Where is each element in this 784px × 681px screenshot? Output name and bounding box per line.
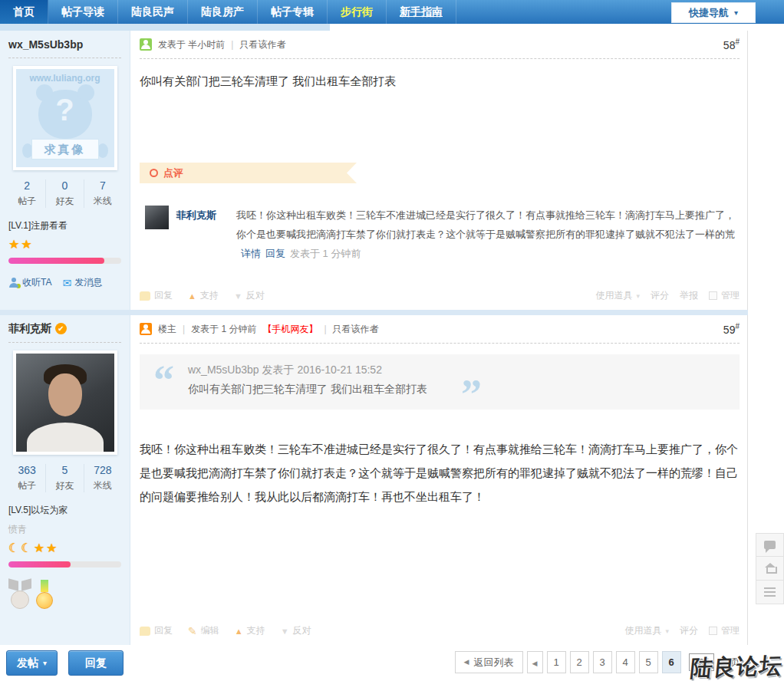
- caret-down-icon: ▾: [43, 659, 47, 667]
- use-tools-menu[interactable]: 使用道具 ▾: [595, 289, 640, 302]
- nav-item-digest[interactable]: 帖子导读: [48, 0, 118, 24]
- reply-button[interactable]: 回复: [140, 624, 173, 637]
- photo-avatar-image: [16, 354, 114, 452]
- medal-row: [8, 577, 121, 609]
- medal-bow-icon[interactable]: [8, 580, 31, 609]
- level-progress-bar: [8, 258, 121, 264]
- review-banner: 点评: [140, 163, 357, 183]
- top-nav: 首页 帖子导读 陆良民声 陆良房产 帖子专辑 步行街 新手指南: [0, 0, 784, 24]
- stat-friends[interactable]: 5 好友: [46, 464, 84, 492]
- rate-button[interactable]: 评分: [680, 624, 698, 637]
- avatar-caption: 求真像: [31, 139, 99, 160]
- back-to-list-button[interactable]: ◀ 返回列表: [455, 651, 523, 673]
- moon-icon: ☾: [21, 541, 33, 554]
- nav-item-album[interactable]: 帖子专辑: [258, 0, 328, 24]
- avatar[interactable]: [13, 350, 117, 455]
- stat-friends[interactable]: 0 好友: [46, 179, 84, 208]
- nav-item-home[interactable]: 首页: [0, 0, 48, 24]
- hash-mark: #: [735, 38, 740, 46]
- author-name[interactable]: 菲利克斯: [8, 322, 51, 336]
- only-author-link[interactable]: 只看该作者: [333, 323, 379, 336]
- author-name[interactable]: wx_M5sUb3bp: [8, 38, 83, 51]
- caret-down-icon: ▾: [636, 292, 640, 300]
- support-button[interactable]: ▲ 支持: [235, 624, 265, 637]
- manage-button[interactable]: 管理: [709, 289, 740, 302]
- arrow-left-icon: ◀: [532, 660, 538, 667]
- author-name-row: wx_M5sUb3bp: [8, 31, 121, 58]
- checkbox-icon[interactable]: [709, 627, 717, 635]
- floor-number[interactable]: 59#: [723, 322, 740, 336]
- circle-icon: [150, 169, 158, 177]
- post-time: 发表于 1 分钟前: [191, 323, 256, 336]
- stat-posts[interactable]: 363 帖子: [8, 464, 46, 492]
- page-1[interactable]: 1: [547, 651, 566, 673]
- comments-tool-button[interactable]: [756, 533, 784, 557]
- comment-reply-link[interactable]: 回复: [265, 248, 285, 259]
- user-custom-title: 愤青: [8, 523, 121, 536]
- page-3[interactable]: 3: [593, 651, 612, 673]
- placeholder-avatar-image: www.luliang.org ? 求真像: [16, 69, 114, 167]
- stat-credits[interactable]: 728 米线: [84, 464, 121, 492]
- quote-source: wx_M5sUb3bp 发表于 2016-10-21 15:52: [153, 364, 726, 377]
- medal-smiley-icon[interactable]: [35, 580, 54, 609]
- manage-button[interactable]: 管理: [709, 624, 740, 637]
- level-stars: ☾☾★★: [8, 541, 121, 555]
- commenter-avatar[interactable]: [145, 206, 169, 229]
- post-59-header: 楼主 | 发表于 1 分钟前 【手机网友】 | 只看该作者 59#: [140, 315, 740, 344]
- post-58: wx_M5sUb3bp www.luliang.org ? 求真像 2 帖子: [0, 31, 748, 310]
- forum-watermark: 陆良论坛: [658, 650, 784, 681]
- arrow-up-icon: ▲: [188, 291, 196, 301]
- nav-item-voice[interactable]: 陆良民声: [118, 0, 188, 24]
- use-tools-menu[interactable]: 使用道具 ▾: [624, 624, 669, 637]
- rate-button[interactable]: 评分: [651, 289, 669, 302]
- message-link[interactable]: ✉ 发消息: [62, 276, 102, 289]
- nav-item-street[interactable]: 步行街: [328, 0, 387, 24]
- page-2[interactable]: 2: [570, 651, 589, 673]
- post-divider: [0, 310, 748, 315]
- stat-posts[interactable]: 2 帖子: [8, 179, 46, 208]
- edit-button[interactable]: ✎ 编辑: [188, 624, 219, 637]
- page-4[interactable]: 4: [616, 651, 635, 673]
- post-time: 发表于 半小时前: [158, 38, 225, 51]
- home-tool-button[interactable]: [756, 557, 784, 581]
- nav-item-guide[interactable]: 新手指南: [387, 0, 456, 24]
- quick-nav-label: 快捷导航: [689, 6, 729, 20]
- commenter-name[interactable]: 菲利克斯: [169, 206, 236, 225]
- post-59-actionbar: 回复 ✎ 编辑 ▲ 支持 ▼ 反对 使用道具 ▾: [140, 617, 740, 645]
- author-panel-58: wx_M5sUb3bp www.luliang.org ? 求真像 2 帖子: [0, 31, 130, 310]
- post-59-main: 楼主 | 发表于 1 分钟前 【手机网友】 | 只看该作者 59# “ wx_M…: [130, 315, 747, 645]
- stat-credits[interactable]: 7 米线: [84, 179, 121, 208]
- list-tool-button[interactable]: [756, 581, 784, 604]
- support-button[interactable]: ▲ 支持: [188, 289, 219, 302]
- arrow-up-icon: ▲: [235, 627, 243, 636]
- detail-link[interactable]: 详情: [241, 248, 261, 259]
- follow-link[interactable]: 收听TA: [8, 276, 51, 289]
- bear-icon: ?: [38, 90, 92, 139]
- checkbox-icon[interactable]: [709, 291, 717, 300]
- floor-number[interactable]: 58#: [723, 38, 740, 51]
- quote-open-icon: “: [153, 364, 174, 397]
- reply-thread-button[interactable]: 回复: [68, 650, 124, 676]
- comment-time: 发表于 1 分钟前: [290, 248, 361, 259]
- only-author-link[interactable]: 只看该作者: [239, 38, 285, 51]
- author-name-row: 菲利克斯 ✔: [8, 315, 121, 343]
- post-content: 我呸！你这种出租车败类！三轮车不准进城已经是实行了很久了！有点事就推给三轮车！滴…: [140, 437, 740, 508]
- reply-button[interactable]: 回复: [140, 289, 173, 302]
- page-5[interactable]: 5: [639, 651, 658, 673]
- oppose-button[interactable]: ▼ 反对: [234, 289, 265, 302]
- report-button[interactable]: 举报: [680, 289, 698, 302]
- star-icon: ★: [21, 238, 33, 251]
- quick-nav-button[interactable]: 快捷导航 ▾: [671, 2, 756, 23]
- post-58-main: 发表于 半小时前 | 只看该作者 58# 你叫有关部门把三轮车清理了 我们出租车…: [130, 31, 747, 310]
- avatar[interactable]: www.luliang.org ? 求真像: [13, 66, 117, 170]
- oppose-button[interactable]: ▼ 反对: [281, 624, 311, 637]
- verified-badge-icon: ✔: [55, 323, 67, 334]
- user-icon: [140, 38, 152, 51]
- question-mark: ?: [38, 93, 92, 127]
- mobile-user-tag: 【手机网友】: [262, 323, 318, 336]
- new-thread-button[interactable]: 发帖 ▾: [6, 650, 58, 676]
- level-progress-bar: [8, 561, 121, 568]
- comment-text: 我呸！你这种出租车败类！三轮车不准进城已经是实行了很久了！有点事就推给三轮车！滴…: [236, 206, 740, 263]
- prev-page-button[interactable]: ◀: [527, 651, 543, 673]
- nav-item-house[interactable]: 陆良房产: [188, 0, 258, 24]
